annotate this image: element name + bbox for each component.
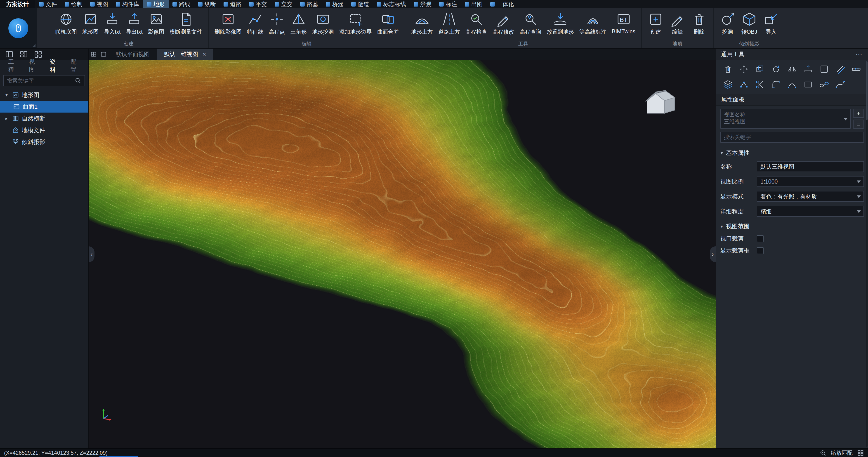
search-icon[interactable] <box>74 77 81 84</box>
spline-icon[interactable] <box>835 79 845 90</box>
view-tab-plan[interactable]: 默认平面视图 <box>108 49 157 60</box>
menu-item-integration[interactable]: 一体化 <box>487 0 518 8</box>
ribbon-button-geology-edit[interactable]: 编辑 <box>666 10 688 37</box>
menu-item-plot-output[interactable]: 出图 <box>461 0 487 8</box>
tree-item-oblique-photography[interactable]: 倾斜摄影 <box>0 136 88 148</box>
layers-icon[interactable] <box>723 79 733 90</box>
sidebar-tab-config[interactable]: 配置 <box>70 56 81 77</box>
menu-item-route[interactable]: 路线 <box>168 0 194 8</box>
close-tab-icon[interactable]: × <box>203 51 206 57</box>
panel-split-icon[interactable] <box>20 51 28 58</box>
view-tab-3d[interactable]: 默认三维视图× <box>157 49 213 60</box>
tree-item-natural-cross-section[interactable]: ▸ 自然横断 <box>0 113 88 124</box>
section-view-range[interactable]: ▾ 视图范围 <box>716 219 868 233</box>
ribbon-button-triangle[interactable]: 三角形 <box>288 10 309 37</box>
copy-icon[interactable] <box>755 64 765 74</box>
house-view-cube-icon[interactable] <box>640 81 680 118</box>
ribbon-button-elevation-query[interactable]: 高程查询 <box>517 10 544 37</box>
grid-view-icon[interactable] <box>857 450 864 456</box>
ribbon-button-geology-create[interactable]: 创建 <box>645 10 666 37</box>
ribbon-button-terrain-hole[interactable]: 地形挖洞 <box>309 10 337 37</box>
ribbon-button-road-earthwork[interactable]: 道路土方 <box>436 10 463 37</box>
break-icon[interactable] <box>755 79 765 90</box>
name-field[interactable]: 默认三维视图 <box>757 161 864 172</box>
app-title[interactable]: 方案设计 <box>0 0 35 8</box>
ribbon-button-convert-obj[interactable]: 转OBJ <box>739 10 760 37</box>
sidebar-tab-views[interactable]: 视图 <box>29 56 39 77</box>
ribbon-button-export-txt[interactable]: 导出txt <box>123 10 145 37</box>
ribbon-button-oblique-hole[interactable]: 挖洞 <box>717 10 739 37</box>
menu-item-subgrade[interactable]: 路基 <box>296 0 322 8</box>
ribbon-button-cross-section-file[interactable]: 横断测量文件 <box>167 10 205 37</box>
ribbon-button-terrain-map[interactable]: 地形图 <box>80 10 101 37</box>
show-crop-box-checkbox[interactable] <box>757 247 764 254</box>
menu-item-annotation[interactable]: 标注 <box>435 0 461 8</box>
view-name-combo[interactable]: 视图名称 三维视图 <box>720 109 851 129</box>
menu-item-signs-markings[interactable]: 标志标线 <box>373 0 410 8</box>
properties-search-input[interactable] <box>724 134 860 140</box>
view-scale-select[interactable]: 1:1000 <box>757 176 864 187</box>
sidebar-search-input[interactable] <box>7 78 74 84</box>
zoom-fit-icon[interactable] <box>819 450 827 456</box>
section-basic-properties[interactable]: ▾ 基本属性 <box>716 145 868 159</box>
sidebar-tab-data[interactable]: 资料 <box>49 56 60 77</box>
ribbon-button-oblique-import[interactable]: 导入 <box>760 10 782 37</box>
ribbon-button-geology-delete[interactable]: 删除 <box>688 10 710 37</box>
join-icon[interactable] <box>819 79 829 90</box>
ribbon-button-place-on-terrain[interactable]: 放置到地形 <box>544 10 577 37</box>
offset-icon[interactable] <box>835 64 845 74</box>
menu-item-draw[interactable]: 绘制 <box>61 0 86 8</box>
ribbon-button-elevation-check[interactable]: 高程检查 <box>463 10 490 37</box>
collapse-right-panel-icon[interactable]: › <box>710 246 716 262</box>
upload-icon[interactable] <box>803 64 813 74</box>
ribbon-button-contour-annotation[interactable]: 等高线标注 <box>577 10 609 37</box>
menu-item-profile[interactable]: 纵断 <box>194 0 220 8</box>
logo-expand-corner-icon[interactable] <box>32 44 35 47</box>
fillet-icon[interactable] <box>771 79 781 90</box>
viewport-crop-checkbox[interactable] <box>757 235 764 242</box>
add-view-button[interactable]: + <box>853 109 864 118</box>
sidebar-tab-project[interactable]: 工程 <box>8 56 18 77</box>
display-mode-select[interactable]: 着色：有光照，有材质 <box>757 191 864 202</box>
menu-item-landscape[interactable]: 景观 <box>410 0 435 8</box>
zoom-fit-label[interactable]: 缩放匹配 <box>831 449 852 457</box>
chevron-right-icon[interactable]: ▸ <box>4 116 9 121</box>
mirror-icon[interactable] <box>787 64 797 74</box>
ribbon-button-terrain-earthwork[interactable]: 地形土方 <box>408 10 436 37</box>
menu-item-terrain[interactable]: 地形 <box>143 0 168 8</box>
panel-scrollbar[interactable] <box>866 61 868 447</box>
menu-item-tunnel[interactable]: 隧道 <box>347 0 373 8</box>
ribbon-button-add-terrain-boundary[interactable]: 添加地形边界 <box>337 10 375 37</box>
subtract-icon[interactable] <box>819 64 829 74</box>
viewport-3d[interactable]: ‹ › <box>89 60 716 449</box>
terrain-model-canvas[interactable] <box>89 60 716 449</box>
detail-level-select[interactable]: 精细 <box>757 206 864 217</box>
ribbon-button-bimtwins[interactable]: BTBIMTwins <box>609 10 638 36</box>
menu-item-interchange[interactable]: 立交 <box>271 0 296 8</box>
ribbon-button-imagery[interactable]: 影像图 <box>145 10 167 37</box>
vertex-edit-icon[interactable] <box>739 79 749 90</box>
ribbon-button-surface-merge[interactable]: 曲面合并 <box>375 10 402 37</box>
delete-icon[interactable] <box>723 64 733 74</box>
move-icon[interactable] <box>739 64 749 74</box>
ribbon-button-feature-line[interactable]: 特征线 <box>244 10 266 37</box>
menu-item-view[interactable]: 视图 <box>86 0 112 8</box>
panel-scrollbar-thumb[interactable] <box>866 61 868 120</box>
ribbon-button-import-txt[interactable]: 导入txt <box>101 10 123 37</box>
rectangle-icon[interactable] <box>803 79 813 90</box>
ribbon-button-elevation-point[interactable]: 高程点 <box>266 10 288 37</box>
view-list-button[interactable]: ≡ <box>853 120 864 129</box>
tree-item-terrain-map[interactable]: ▾ 地形图 <box>0 89 88 101</box>
rotate-icon[interactable] <box>771 64 781 74</box>
chevron-down-icon[interactable]: ▾ <box>4 92 9 98</box>
menu-item-component-library[interactable]: 构件库 <box>112 0 143 8</box>
arc-icon[interactable] <box>787 79 797 90</box>
more-options-icon[interactable]: ⋯ <box>856 51 863 58</box>
split-view-icon[interactable] <box>89 49 98 60</box>
menu-item-road[interactable]: 道路 <box>220 0 245 8</box>
ribbon-button-elevation-modify[interactable]: 高程修改 <box>490 10 517 37</box>
menu-item-bridge-culvert[interactable]: 桥涵 <box>322 0 347 8</box>
menu-item-file[interactable]: 文件 <box>35 0 61 8</box>
menu-item-at-grade[interactable]: 平交 <box>245 0 271 8</box>
app-logo-block[interactable] <box>0 8 37 48</box>
